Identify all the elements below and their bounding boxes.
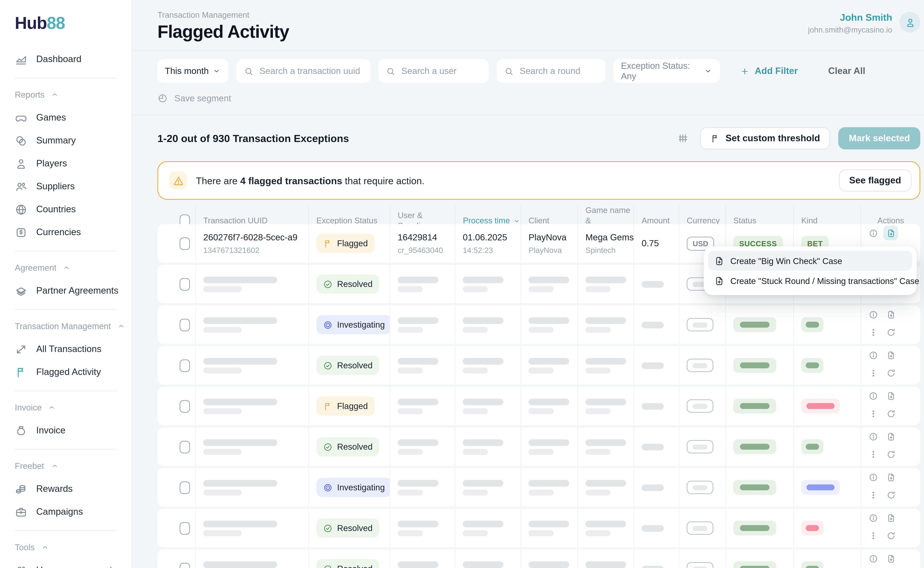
cell-process-time (455, 387, 520, 425)
row-checkbox-cell (157, 509, 195, 547)
create-case-button[interactable] (882, 470, 900, 485)
sidebar-item-suppliers[interactable]: Suppliers (0, 175, 131, 198)
cell-status (725, 387, 793, 425)
flag-icon (15, 366, 27, 378)
skeleton-bar (463, 489, 488, 495)
date-range-select[interactable]: This month (157, 59, 228, 83)
kebab-button[interactable] (864, 487, 882, 502)
row-checkbox[interactable] (179, 359, 190, 372)
sidebar-section-invoice[interactable]: Invoice (0, 402, 131, 414)
skeleton-bar (463, 367, 488, 373)
search-input-3[interactable] (520, 66, 598, 76)
row-checkbox[interactable] (179, 481, 190, 494)
create-case-button[interactable] (882, 551, 900, 566)
logo[interactable]: Hub88 (0, 0, 131, 43)
refresh-button[interactable] (882, 447, 900, 461)
sidebar-item-campaigns[interactable]: Campaigns (0, 501, 131, 523)
refresh-button[interactable] (882, 325, 900, 340)
create-case-button[interactable] (882, 388, 900, 403)
cell-user (390, 468, 455, 507)
refresh-button[interactable] (882, 366, 900, 380)
sidebar-item-all-transactions[interactable]: All Transactions (0, 338, 131, 360)
add-filter-button[interactable]: Add Filter (740, 66, 798, 76)
kebab-button[interactable] (864, 325, 882, 340)
info-button[interactable] (864, 225, 882, 240)
mark-selected-button[interactable]: Mark selected (838, 127, 920, 150)
refresh-button[interactable] (882, 406, 900, 421)
sidebar-item-dashboard[interactable]: Dashboard (0, 48, 131, 70)
cell-exception-status: Investigating (308, 305, 390, 344)
search-input-2[interactable] (401, 66, 481, 76)
create-case-button[interactable] (882, 307, 900, 322)
context-menu-item[interactable]: Create "Stuck Round / Missing transactio… (708, 271, 912, 291)
exception-status-select[interactable]: Exception Status: Any (613, 59, 720, 83)
sidebar-item-games[interactable]: Games (0, 107, 131, 129)
skeleton-bar (740, 525, 770, 531)
skeleton-bar (740, 444, 770, 450)
cell-exception-status: Resolved (308, 428, 390, 466)
info-button[interactable] (864, 551, 882, 566)
save-segment-button[interactable]: Save segment (157, 92, 920, 104)
row-checkbox[interactable] (179, 278, 190, 290)
row-checkbox[interactable] (179, 319, 190, 331)
refresh-button[interactable] (882, 487, 900, 502)
chevron-up-icon (62, 263, 71, 272)
row-checkbox[interactable] (179, 400, 190, 412)
sidebar-section-reports[interactable]: Reports (0, 89, 131, 101)
kebab-button[interactable] (864, 366, 882, 380)
sidebar-item-summary[interactable]: Summary (0, 130, 131, 152)
exception-badge-label: Resolved (337, 361, 372, 370)
avatar[interactable] (900, 12, 920, 33)
create-case-button[interactable] (882, 347, 900, 363)
info-button[interactable] (864, 470, 882, 485)
kebab-button[interactable] (864, 528, 882, 543)
sidebar-item-flagged-activity[interactable]: Flagged Activity (0, 361, 131, 383)
status-skeleton-pill (733, 358, 776, 373)
set-custom-threshold-button[interactable]: Set custom threshold (699, 127, 830, 150)
cell-transaction-uuid (195, 428, 308, 466)
row-checkbox[interactable] (179, 562, 190, 568)
sidebar-item-players[interactable]: Players (0, 153, 131, 175)
sidebar-item-countries[interactable]: Countries (0, 198, 131, 221)
row-checkbox[interactable] (179, 237, 190, 249)
info-button[interactable] (864, 429, 882, 444)
create-case-button[interactable] (882, 225, 900, 240)
sidebar-item-user-management[interactable]: User management (0, 559, 131, 568)
search-input-1[interactable] (259, 66, 363, 76)
info-button[interactable] (864, 510, 882, 525)
row-checkbox-cell (157, 346, 195, 385)
sidebar-section-transaction-management[interactable]: Transaction Management (0, 320, 131, 332)
sidebar-item-rewards[interactable]: Rewards (0, 478, 131, 500)
info-button[interactable] (864, 347, 882, 363)
refresh-button[interactable] (882, 528, 900, 543)
cell-amount (633, 305, 678, 344)
kebab-button[interactable] (864, 406, 882, 421)
cell-status (725, 550, 793, 568)
skeleton-bar (463, 358, 503, 364)
check-circle-icon (323, 442, 333, 452)
columns-icon[interactable] (677, 133, 688, 144)
kebab-button[interactable] (864, 447, 882, 461)
info-button[interactable] (864, 307, 882, 322)
sidebar-section-freebet[interactable]: Freebet (0, 460, 131, 472)
context-menu-item[interactable]: Create "Big Win Check" Case (708, 251, 912, 271)
divider (15, 309, 117, 310)
info-button[interactable] (864, 388, 882, 403)
clear-all-button[interactable]: Clear All (828, 66, 865, 76)
sidebar-section-agreement[interactable]: Agreement (0, 262, 131, 273)
row-checkbox[interactable] (179, 522, 190, 534)
see-flagged-button[interactable]: See flagged (839, 169, 912, 192)
sidebar-section-tools[interactable]: Tools (0, 541, 131, 553)
cell-client (520, 265, 577, 303)
create-case-button[interactable] (882, 510, 900, 525)
sidebar-item-partner-agreements[interactable]: Partner Agreements (0, 279, 131, 302)
exception-badge-investigating: Investigating (317, 478, 390, 497)
cell-game (577, 428, 633, 466)
sidebar-item-invoice[interactable]: Invoice (0, 419, 131, 441)
kebab-icon (865, 447, 880, 461)
skeleton-bar (203, 317, 277, 323)
kind-skeleton-pill (801, 399, 840, 414)
sidebar-item-currencies[interactable]: Currencies (0, 221, 131, 243)
row-checkbox[interactable] (179, 440, 190, 453)
create-case-button[interactable] (882, 429, 900, 444)
